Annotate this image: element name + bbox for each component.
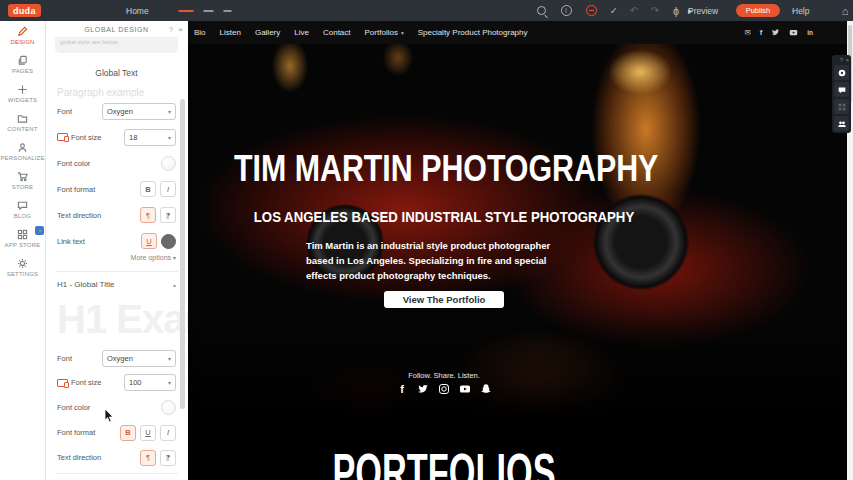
more-options-link[interactable]: More options ▾: [57, 254, 176, 268]
facebook-icon[interactable]: f: [396, 382, 408, 396]
link-text-label: Link text: [57, 237, 85, 246]
youtube-icon[interactable]: [789, 28, 798, 37]
sidebar-item-settings[interactable]: SETTINGS: [0, 253, 45, 282]
underline-button[interactable]: U: [140, 425, 156, 441]
responsive-icon: [57, 379, 68, 387]
h1-font-size-dropdown[interactable]: 100 ▾: [124, 374, 176, 391]
team-tool-button[interactable]: [834, 116, 849, 131]
rtl-button[interactable]: ¶: [160, 207, 176, 223]
brush-icon: [17, 26, 28, 37]
chevron-down-icon: ▾: [168, 108, 171, 115]
font-dropdown[interactable]: Oxygen ▾: [102, 103, 176, 120]
follow-social-icons: f: [188, 382, 700, 396]
h1-font-color-swatch[interactable]: [161, 400, 176, 415]
sidebar-item-app-store[interactable]: APP STORE ★: [0, 224, 45, 253]
chevron-down-icon: ▾: [126, 0, 129, 21]
h1-section-header[interactable]: H1 - Global Title ▴: [57, 272, 176, 296]
nav-item-label: Portfolios: [365, 28, 398, 37]
italic-button[interactable]: I: [160, 425, 176, 441]
font-size-label-text: Font size: [71, 378, 101, 387]
pilcrow-rtl-icon: ¶: [166, 453, 170, 462]
sidebar-item-content[interactable]: CONTENT: [0, 108, 45, 137]
nav-item-gallery[interactable]: Gallery: [255, 28, 280, 37]
snapchat-icon[interactable]: [480, 382, 492, 396]
font-color-row: Font color: [57, 395, 176, 420]
panel-scrollbar[interactable]: [180, 21, 185, 480]
undo-button[interactable]: ↶: [626, 0, 642, 21]
panel-title: GLOBAL DESIGN: [84, 26, 148, 33]
ltr-button[interactable]: ¶: [140, 450, 156, 466]
h1-controls: Font Oxygen ▾ Font size 100 ▾ Font color…: [57, 346, 176, 470]
view-portfolio-button[interactable]: View The Portfolio: [384, 291, 504, 308]
help-menu[interactable]: Help ▾: [792, 0, 832, 21]
linkedin-icon[interactable]: in: [807, 29, 813, 36]
status-button[interactable]: [583, 0, 599, 21]
instagram-icon[interactable]: [438, 382, 450, 396]
twitter-icon[interactable]: [771, 28, 780, 37]
nav-item-listen[interactable]: Listen: [220, 28, 241, 37]
nav-item-bio[interactable]: Bio: [194, 28, 206, 37]
lens-tool-button[interactable]: [834, 65, 849, 80]
chevron-up-icon: ▴: [173, 281, 176, 288]
editor-topbar: duda Home ▾ i ✓ ↶ ↷ ɸ Preview ▶ Publish …: [0, 0, 853, 21]
font-size-label: Font size: [57, 133, 101, 142]
youtube-icon[interactable]: [459, 382, 471, 396]
apps-tool-button[interactable]: [834, 99, 849, 114]
twitter-icon[interactable]: [417, 382, 429, 396]
font-size-dropdown[interactable]: 18 ▾: [124, 129, 176, 146]
sidebar-item-store[interactable]: STORE: [0, 166, 45, 195]
facebook-icon[interactable]: f: [760, 28, 763, 37]
search-button[interactable]: [533, 0, 549, 21]
panel-scrollbar-thumb[interactable]: [180, 99, 185, 409]
nav-item-contact[interactable]: Contact: [323, 28, 351, 37]
dev-mode-button[interactable]: ɸ: [668, 0, 684, 21]
italic-button[interactable]: I: [160, 181, 176, 197]
sidebar-item-label: PERSONALIZE: [0, 155, 44, 161]
comments-tool-button[interactable]: [834, 82, 849, 97]
editor-sidebar: DESIGN PAGES WIDGETS CONTENT PERSONALIZE…: [0, 21, 46, 480]
hero-title: TIM MARTIN PHOTOGRAPHY: [234, 148, 654, 190]
font-label: Font: [57, 107, 72, 116]
redo-button[interactable]: ↷: [647, 0, 663, 21]
email-icon[interactable]: ✉: [744, 28, 750, 37]
sidebar-item-pages[interactable]: PAGES: [0, 50, 45, 79]
nav-item-specialty[interactable]: Specialty Product Photography: [418, 28, 528, 37]
sidebar-item-blog[interactable]: BLOG: [0, 195, 45, 224]
h1-font-dropdown[interactable]: Oxygen ▾: [102, 350, 176, 367]
close-icon[interactable]: ×: [846, 57, 849, 63]
bold-button[interactable]: B: [140, 181, 156, 197]
circle-minus-icon: [586, 5, 597, 16]
format-buttons: B I: [140, 181, 176, 197]
ltr-button[interactable]: ¶: [140, 207, 156, 223]
code-icon: ɸ: [673, 0, 679, 21]
sidebar-item-design[interactable]: DESIGN: [0, 21, 45, 50]
save-status-button[interactable]: ✓: [606, 0, 622, 21]
sidebar-item-personalize[interactable]: PERSONALIZE: [0, 137, 45, 166]
pilcrow-ltr-icon: ¶: [146, 211, 150, 220]
link-color-swatch[interactable]: [161, 234, 176, 249]
desktop-device-icon[interactable]: [178, 10, 194, 12]
font-color-swatch[interactable]: [161, 156, 176, 171]
font-size-value: 100: [129, 378, 142, 387]
paragraph-sample: Paragraph example: [57, 87, 176, 98]
nav-item-live[interactable]: Live: [294, 28, 309, 37]
dashboard-home-button[interactable]: ⌂: [837, 0, 853, 21]
sidebar-item-widgets[interactable]: WIDGETS: [0, 79, 45, 108]
tablet-device-icon[interactable]: [203, 10, 214, 12]
play-icon: ▶: [688, 0, 693, 21]
help-icon[interactable]: ?: [840, 57, 843, 63]
hero-section: TIM MARTIN PHOTOGRAPHY LOS ANGELES BASED…: [188, 44, 853, 433]
page-selector[interactable]: Home ▾: [126, 0, 182, 21]
mobile-device-icon[interactable]: [223, 10, 232, 12]
help-icon[interactable]: ?: [169, 26, 173, 33]
duda-logo[interactable]: duda: [8, 0, 41, 21]
nav-item-portfolios[interactable]: Portfolios ▾: [365, 28, 404, 37]
bold-button[interactable]: B: [120, 425, 136, 441]
underline-button[interactable]: U: [141, 233, 157, 249]
pages-icon: [17, 55, 28, 66]
info-button[interactable]: i: [558, 0, 574, 21]
speech-bubble-icon: [17, 200, 28, 211]
rtl-button[interactable]: ¶: [160, 450, 176, 466]
font-format-row: Font format B U I: [57, 420, 176, 445]
publish-button[interactable]: Publish: [736, 4, 780, 17]
